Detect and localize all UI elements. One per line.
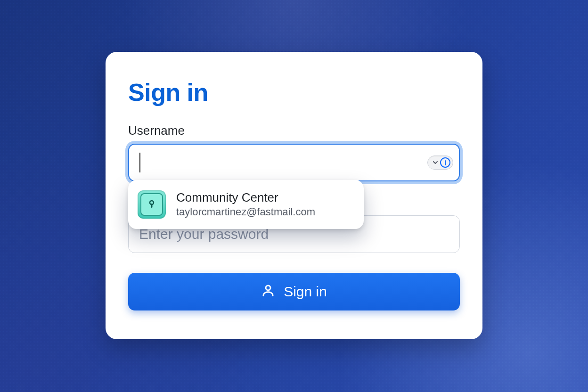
page-title: Sign in — [128, 78, 460, 106]
text-caret — [139, 153, 140, 172]
vault-icon — [138, 190, 166, 219]
autofill-title: Community Center — [176, 191, 315, 204]
username-input[interactable] — [128, 144, 460, 181]
autofill-suggestion[interactable]: Community Center taylorcmartinez@fastmai… — [128, 180, 364, 229]
person-icon — [261, 283, 275, 301]
svg-point-0 — [266, 286, 270, 290]
chevron-down-icon — [432, 159, 439, 166]
username-label: Username — [128, 123, 460, 138]
sign-in-button-label: Sign in — [284, 284, 327, 300]
sign-in-button[interactable]: Sign in — [128, 273, 460, 310]
svg-rect-2 — [151, 204, 153, 208]
password-manager-affordance[interactable] — [427, 155, 453, 170]
autofill-subtitle: taylorcmartinez@fastmail.com — [176, 206, 315, 218]
autofill-text: Community Center taylorcmartinez@fastmai… — [176, 191, 315, 219]
onepassword-icon — [440, 157, 450, 168]
